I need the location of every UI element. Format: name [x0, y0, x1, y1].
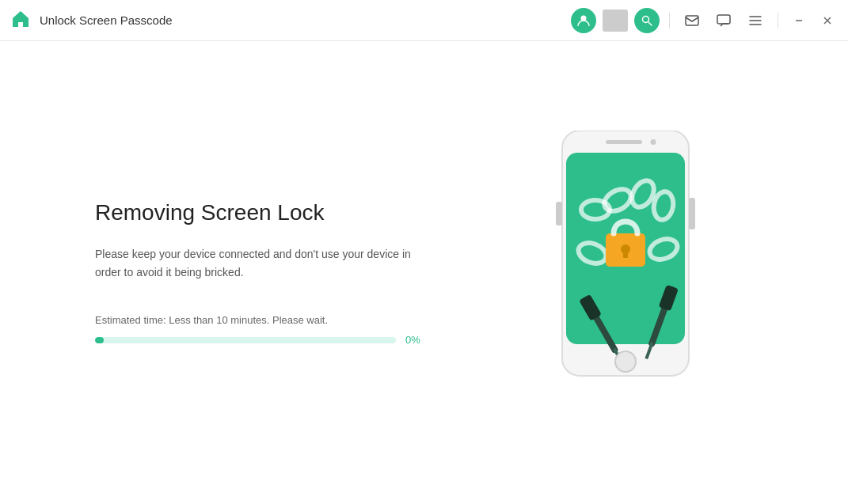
chat-button[interactable] [711, 8, 736, 33]
progress-container: 0% [95, 334, 507, 346]
menu-button[interactable] [743, 8, 768, 33]
mail-button[interactable] [679, 8, 705, 33]
svg-point-13 [651, 139, 656, 145]
svg-rect-31 [556, 202, 562, 225]
progress-bar-fill [95, 337, 104, 343]
close-button[interactable] [816, 9, 838, 32]
description-text: Please keep your device connected and do… [95, 245, 428, 283]
main-content: Removing Screen Lock Please keep your de… [0, 41, 848, 504]
page-heading: Removing Screen Lock [95, 199, 507, 226]
title-bar-right [571, 8, 838, 33]
account-button[interactable] [571, 8, 596, 33]
app-title: Unlock Screen Passcode [40, 13, 173, 27]
svg-point-1 [643, 16, 649, 22]
device-button[interactable] [603, 9, 628, 32]
svg-rect-12 [606, 140, 642, 144]
minimize-button[interactable] [788, 9, 810, 32]
estimated-time-text: Estimated time: Less than 10 minutes. Pl… [95, 314, 507, 326]
svg-rect-3 [686, 16, 698, 25]
phone-illustration [538, 131, 728, 415]
title-bar-left: Unlock Screen Passcode [10, 8, 571, 33]
toolbar-divider-2 [778, 13, 778, 28]
progress-percent: 0% [405, 334, 429, 346]
toolbar-divider [669, 13, 670, 28]
svg-rect-23 [623, 252, 628, 258]
svg-rect-32 [689, 198, 695, 229]
search-button[interactable] [634, 8, 660, 33]
left-panel: Removing Screen Lock Please keep your de… [95, 199, 507, 346]
svg-point-30 [615, 351, 636, 372]
svg-rect-4 [717, 15, 730, 24]
svg-line-2 [648, 22, 652, 25]
home-icon[interactable] [10, 8, 32, 33]
title-bar: Unlock Screen Passcode [0, 0, 848, 41]
right-panel [538, 131, 728, 415]
progress-bar-track [95, 337, 396, 343]
